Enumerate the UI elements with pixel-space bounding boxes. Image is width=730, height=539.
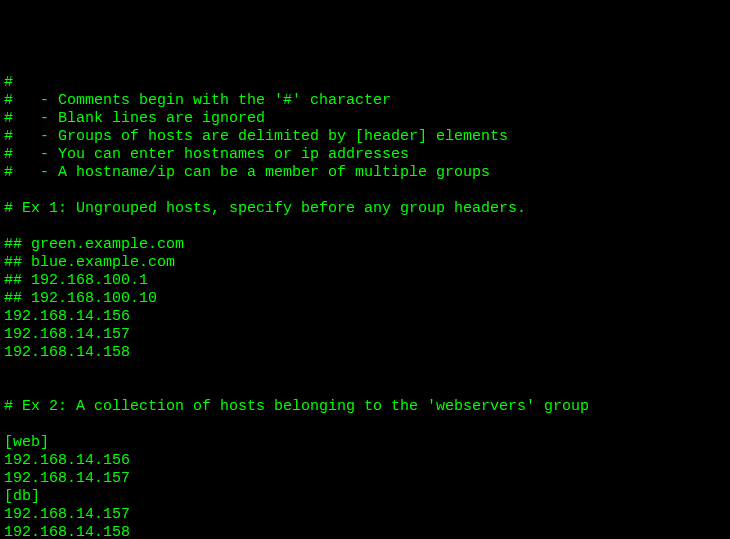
- terminal-content[interactable]: ## - Comments begin with the '#' charact…: [4, 74, 726, 539]
- config-line: # Ex 1: Ungrouped hosts, specify before …: [4, 200, 726, 218]
- config-line: # - Comments begin with the '#' characte…: [4, 92, 726, 110]
- config-line: # Ex 2: A collection of hosts belonging …: [4, 398, 726, 416]
- config-line: [4, 362, 726, 380]
- config-line: [4, 182, 726, 200]
- config-line: 192.168.14.156: [4, 452, 726, 470]
- config-line: [4, 380, 726, 398]
- config-line: [4, 416, 726, 434]
- config-line: 192.168.14.156: [4, 308, 726, 326]
- config-line: 192.168.14.157: [4, 326, 726, 344]
- config-line: 192.168.14.158: [4, 344, 726, 362]
- config-line: #: [4, 74, 726, 92]
- config-line: [db]: [4, 488, 726, 506]
- config-line: ## blue.example.com: [4, 254, 726, 272]
- config-line: 192.168.14.158: [4, 524, 726, 539]
- config-line: # - Groups of hosts are delimited by [he…: [4, 128, 726, 146]
- config-line: # - Blank lines are ignored: [4, 110, 726, 128]
- config-line: [4, 218, 726, 236]
- config-line: ## 192.168.100.10: [4, 290, 726, 308]
- config-line: ## green.example.com: [4, 236, 726, 254]
- config-line: ## 192.168.100.1: [4, 272, 726, 290]
- config-line: [web]: [4, 434, 726, 452]
- config-line: 192.168.14.157: [4, 506, 726, 524]
- config-line: 192.168.14.157: [4, 470, 726, 488]
- config-line: # - A hostname/ip can be a member of mul…: [4, 164, 726, 182]
- config-line: # - You can enter hostnames or ip addres…: [4, 146, 726, 164]
